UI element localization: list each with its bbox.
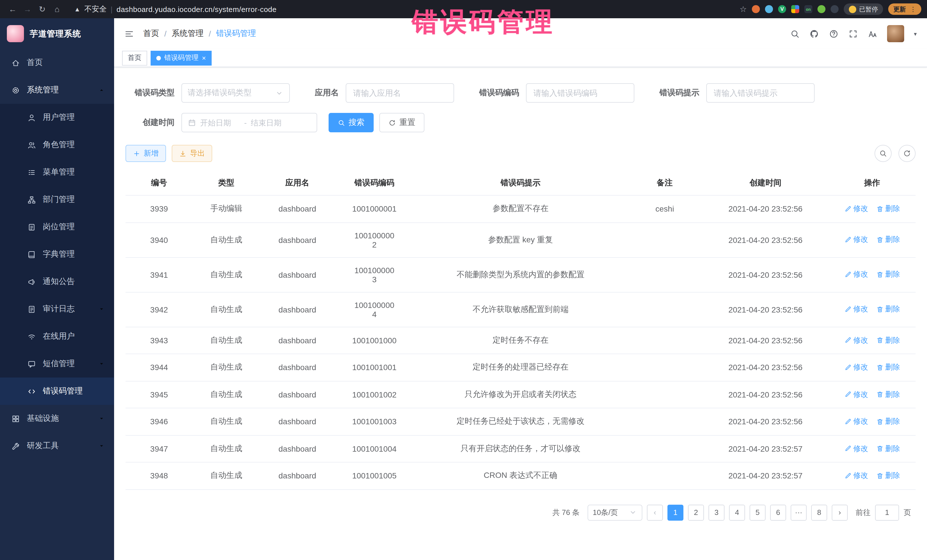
delete-link[interactable]: 删除 [876, 203, 900, 214]
browser-home-icon[interactable]: ⌂ [50, 5, 64, 14]
error-type-select[interactable]: 请选择错误码类型 [181, 83, 290, 103]
edit-link[interactable]: 修改 [844, 335, 868, 345]
delete-icon [876, 418, 884, 425]
delete-link[interactable]: 删除 [876, 470, 900, 481]
delete-link[interactable]: 删除 [876, 304, 900, 314]
page-button-8[interactable]: 8 [811, 504, 827, 521]
date-range-picker[interactable]: - [181, 113, 317, 132]
address-bar[interactable]: ▲ 不安全 | dashboard.yudao.iocoder.cn/syste… [74, 4, 277, 14]
table-row: 3942自动生成dashboard1001000004不允许获取敏感配置到前端2… [126, 292, 916, 327]
tab-home[interactable]: 首页 [122, 50, 147, 65]
reset-button[interactable]: 重置 [379, 113, 424, 132]
breadcrumb-system[interactable]: 系统管理 [172, 29, 204, 39]
page-button-3[interactable]: 3 [708, 504, 725, 521]
reload-icon[interactable]: ↻ [35, 5, 49, 14]
delete-link[interactable]: 删除 [876, 389, 900, 399]
goto-page-input[interactable] [875, 504, 899, 521]
extension-dark-icon[interactable]: on [804, 5, 812, 13]
page-button-2[interactable]: 2 [688, 504, 704, 521]
edit-link[interactable]: 修改 [844, 416, 868, 426]
error-hint-input[interactable] [706, 83, 815, 103]
add-button[interactable]: 新增 [126, 145, 166, 162]
cell-code: 1001001003 [335, 408, 414, 435]
column-header-5: 备注 [627, 171, 702, 195]
table-row: 3945自动生成dashboard1001001002只允许修改为开启或者关闭状… [126, 381, 916, 408]
search-button[interactable]: 搜索 [328, 113, 374, 132]
export-button[interactable]: 导出 [172, 145, 212, 162]
sidebar-item-sms[interactable]: 短信管理 [0, 350, 114, 378]
delete-link[interactable]: 删除 [876, 235, 900, 245]
show-search-button[interactable] [874, 145, 892, 162]
font-size-icon[interactable] [868, 29, 877, 38]
edit-link[interactable]: 修改 [844, 235, 868, 245]
sidebar-item-dept[interactable]: 部门管理 [0, 186, 114, 213]
forward-icon[interactable]: → [21, 5, 34, 14]
cell-actions: 修改删除 [828, 257, 916, 292]
delete-link[interactable]: 删除 [876, 362, 900, 372]
extension-blue-icon[interactable] [765, 5, 773, 13]
prev-page-button[interactable]: ‹ [647, 504, 663, 521]
sidebar-item-role[interactable]: 角色管理 [0, 131, 114, 159]
sidebar-item-system[interactable]: 系统管理 [0, 76, 114, 104]
edit-link[interactable]: 修改 [844, 269, 868, 280]
extension-green-icon[interactable]: V [778, 5, 786, 13]
edit-link[interactable]: 修改 [844, 443, 868, 454]
page-button-4[interactable]: 4 [729, 504, 745, 521]
page-button-6[interactable]: 6 [770, 504, 786, 521]
cell-actions: 修改删除 [828, 381, 916, 408]
sidebar-item-menu[interactable]: 菜单管理 [0, 159, 114, 186]
page-ellipsis[interactable]: ··· [791, 504, 807, 521]
back-icon[interactable]: ← [6, 5, 20, 14]
edit-link[interactable]: 修改 [844, 389, 868, 399]
extension-orange-icon[interactable] [752, 5, 760, 13]
sidebar-item-notice[interactable]: 通知公告 [0, 268, 114, 295]
edit-link[interactable]: 修改 [844, 304, 868, 314]
delete-link[interactable]: 删除 [876, 335, 900, 345]
extension-leaf-icon[interactable] [818, 5, 825, 13]
error-code-input[interactable] [526, 83, 634, 103]
next-page-button[interactable]: › [832, 504, 848, 521]
github-icon[interactable] [810, 29, 819, 38]
sidebar-item-online-user[interactable]: 在线用户 [0, 323, 114, 350]
breadcrumb-home[interactable]: 首页 [143, 29, 159, 39]
app-logo[interactable]: 芋道管理系统 [0, 18, 114, 49]
sidebar-item-post[interactable]: 岗位管理 [0, 213, 114, 241]
fullscreen-icon[interactable] [848, 29, 858, 38]
sidebar-item-home[interactable]: 首页 [0, 49, 114, 76]
sidebar-item-error-code[interactable]: 错误码管理 [0, 378, 114, 405]
start-date-input[interactable] [200, 118, 240, 127]
help-icon[interactable] [829, 29, 839, 38]
delete-link[interactable]: 删除 [876, 269, 900, 280]
page-button-1[interactable]: 1 [667, 504, 684, 521]
page-size-select[interactable]: 10条/页 [588, 504, 642, 521]
cell-actions: 修改删除 [828, 435, 916, 462]
header-search-icon[interactable] [790, 29, 800, 38]
avatar-caret-icon[interactable]: ▾ [914, 30, 917, 37]
cell-actions: 修改删除 [828, 327, 916, 354]
bookmark-star-icon[interactable]: ☆ [740, 5, 747, 14]
extensions-puzzle-icon[interactable] [831, 5, 839, 13]
sidebar-item-user[interactable]: 用户管理 [0, 104, 114, 131]
user-avatar[interactable] [887, 25, 904, 42]
paused-badge[interactable]: 已暂停 [844, 3, 883, 15]
sidebar-item-audit-log[interactable]: 审计日志 [0, 295, 114, 323]
cell-app: dashboard [260, 381, 335, 408]
end-date-input[interactable] [251, 118, 291, 127]
update-button[interactable]: 更新 ⋮ [888, 3, 921, 15]
hamburger-icon[interactable] [125, 29, 134, 38]
app-name-input[interactable] [346, 83, 454, 103]
extension-grid-icon[interactable] [791, 5, 799, 13]
refresh-table-button[interactable] [898, 145, 916, 162]
close-tab-icon[interactable]: × [202, 55, 206, 61]
sidebar-item-dict[interactable]: 字典管理 [0, 241, 114, 268]
edit-link[interactable]: 修改 [844, 203, 868, 214]
tab-error-code[interactable]: 错误码管理 × [150, 50, 212, 65]
sidebar-item-devtools[interactable]: 研发工具 [0, 432, 114, 460]
delete-link[interactable]: 删除 [876, 416, 900, 426]
delete-link[interactable]: 删除 [876, 443, 900, 454]
edit-link[interactable]: 修改 [844, 362, 868, 372]
chevron-down-icon [629, 508, 637, 517]
edit-link[interactable]: 修改 [844, 470, 868, 481]
sidebar-item-infra[interactable]: 基础设施 [0, 405, 114, 432]
page-button-5[interactable]: 5 [749, 504, 766, 521]
